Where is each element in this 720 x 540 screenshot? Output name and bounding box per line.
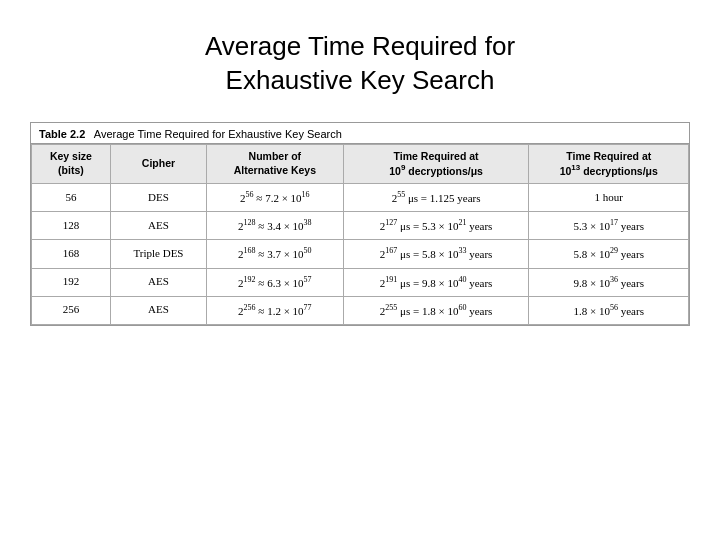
col-header-time13: Time Required at1013 decryptions/μs	[529, 144, 689, 184]
data-table: Key size(bits) Cipher Number ofAlternati…	[31, 144, 689, 325]
cell-time9: 255 μs = 1.125 years	[343, 184, 529, 212]
page-title: Average Time Required for Exhaustive Key…	[205, 30, 515, 98]
table-row: 56DES256 ≈ 7.2 × 1016255 μs = 1.125 year…	[32, 184, 689, 212]
table-row: 128AES2128 ≈ 3.4 × 10382127 μs = 5.3 × 1…	[32, 212, 689, 240]
cell-time13: 5.3 × 1017 years	[529, 212, 689, 240]
table-row: 168Triple DES2168 ≈ 3.7 × 10502167 μs = …	[32, 240, 689, 268]
col-header-altkeys: Number ofAlternative Keys	[207, 144, 344, 184]
cell-time13: 1.8 × 1056 years	[529, 296, 689, 324]
cell-cipher: DES	[110, 184, 206, 212]
cell-keysize: 256	[32, 296, 111, 324]
caption-text: Average Time Required for Exhaustive Key…	[94, 128, 342, 140]
caption-number: Table 2.2	[39, 128, 85, 140]
col-header-time9: Time Required at109 decryptions/μs	[343, 144, 529, 184]
cell-altkeys: 2128 ≈ 3.4 × 1038	[207, 212, 344, 240]
table-row: 256AES2256 ≈ 1.2 × 10772255 μs = 1.8 × 1…	[32, 296, 689, 324]
cell-cipher: AES	[110, 212, 206, 240]
cell-cipher: AES	[110, 268, 206, 296]
table-caption: Table 2.2 Average Time Required for Exha…	[31, 123, 689, 144]
cell-cipher: Triple DES	[110, 240, 206, 268]
cell-keysize: 168	[32, 240, 111, 268]
cell-cipher: AES	[110, 296, 206, 324]
col-header-keysize: Key size(bits)	[32, 144, 111, 184]
cell-time13: 5.8 × 1029 years	[529, 240, 689, 268]
cell-time9: 2167 μs = 5.8 × 1033 years	[343, 240, 529, 268]
cell-altkeys: 256 ≈ 7.2 × 1016	[207, 184, 344, 212]
table-container: Table 2.2 Average Time Required for Exha…	[30, 122, 690, 326]
cell-time9: 2255 μs = 1.8 × 1060 years	[343, 296, 529, 324]
cell-altkeys: 2256 ≈ 1.2 × 1077	[207, 296, 344, 324]
cell-keysize: 56	[32, 184, 111, 212]
col-header-cipher: Cipher	[110, 144, 206, 184]
cell-altkeys: 2168 ≈ 3.7 × 1050	[207, 240, 344, 268]
cell-altkeys: 2192 ≈ 6.3 × 1057	[207, 268, 344, 296]
cell-time9: 2191 μs = 9.8 × 1040 years	[343, 268, 529, 296]
table-row: 192AES2192 ≈ 6.3 × 10572191 μs = 9.8 × 1…	[32, 268, 689, 296]
cell-keysize: 128	[32, 212, 111, 240]
cell-time13: 9.8 × 1036 years	[529, 268, 689, 296]
cell-time13: 1 hour	[529, 184, 689, 212]
cell-keysize: 192	[32, 268, 111, 296]
table-header-row: Key size(bits) Cipher Number ofAlternati…	[32, 144, 689, 184]
cell-time9: 2127 μs = 5.3 × 1021 years	[343, 212, 529, 240]
